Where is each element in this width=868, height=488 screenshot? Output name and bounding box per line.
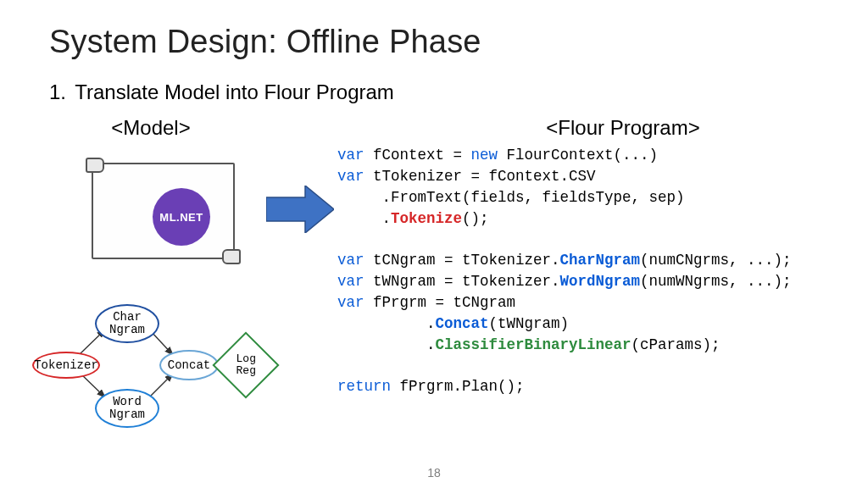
slide: System Design: Offline Phase 1. Translat… — [0, 0, 868, 488]
arrow-right-icon — [266, 186, 334, 233]
model-card: ML.NET — [92, 163, 235, 259]
pipeline-diagram: Tokenizer Char Ngram Word Ngram Concat L… — [32, 294, 287, 421]
subtitle-text: Translate Model into Flour Program — [75, 80, 394, 103]
node-concat: Concat — [159, 350, 219, 380]
slide-subtitle: 1. Translate Model into Flour Program — [49, 80, 832, 104]
right-column: <Flour Program> var fContext = new Flour… — [346, 116, 832, 397]
model-heading: <Model> — [66, 116, 236, 140]
flour-heading: <Flour Program> — [414, 116, 832, 140]
node-char-ngram: Char Ngram — [95, 304, 159, 343]
page-number: 18 — [0, 466, 868, 480]
svg-marker-0 — [266, 186, 334, 233]
slide-title: System Design: Offline Phase — [49, 24, 832, 60]
node-word-ngram: Word Ngram — [95, 389, 159, 428]
mlnet-label: ML.NET — [159, 211, 203, 224]
node-tokenizer: Tokenizer — [32, 352, 100, 379]
mlnet-badge: ML.NET — [153, 188, 210, 246]
left-column: <Model> ML.NET — [49, 116, 346, 438]
scroll-bottom-icon — [222, 249, 241, 264]
scroll-top-icon — [86, 158, 104, 173]
subtitle-number: 1. — [49, 80, 70, 104]
code-block: var fContext = new FlourContext(...) var… — [337, 145, 832, 397]
content-columns: <Model> ML.NET — [49, 116, 832, 438]
